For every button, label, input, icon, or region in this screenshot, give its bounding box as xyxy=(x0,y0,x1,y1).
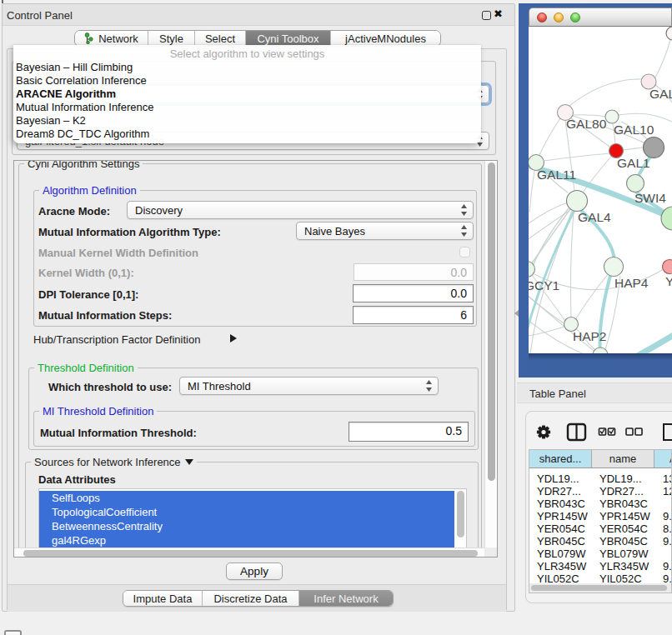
table-cell: YER054C xyxy=(599,522,648,535)
mi-threshold-input[interactable]: 0.5 xyxy=(349,422,469,442)
which-threshold-combo[interactable]: MI Threshold xyxy=(179,377,439,395)
network-edge[interactable] xyxy=(529,171,534,212)
network-canvas[interactable]: GAL2GAL80GAL10GAL1GAL11SWI4GAL4GCY1HAP4Y… xyxy=(529,27,672,353)
settings-vertical-scrollbar[interactable] xyxy=(484,161,497,548)
table-cell: YPR145W xyxy=(537,510,588,522)
network-edge-highlighted[interactable] xyxy=(529,210,574,330)
combo-arrows-icon xyxy=(460,225,468,237)
unchecked-pair-icon[interactable] xyxy=(626,428,642,435)
network-node-GAL4[interactable] xyxy=(567,191,588,212)
table-row[interactable]: YER054CYER054C8. xyxy=(529,522,671,535)
network-node-gray-node[interactable] xyxy=(644,138,664,158)
mi-steps-input[interactable]: 6 xyxy=(353,306,474,324)
split-divider-arrow-icon[interactable] xyxy=(514,310,519,317)
network-node-label: GAL2 xyxy=(649,87,672,101)
data-attributes-list[interactable]: SelfLoopsTopologicalCoefficientBetweenne… xyxy=(38,488,467,550)
table-toolbar xyxy=(529,421,672,444)
document-icon[interactable] xyxy=(664,424,672,440)
control-panel-titlebar: Control Panel ✖ xyxy=(3,4,514,26)
tab-label: Style xyxy=(159,32,183,45)
kernel-width-input[interactable]: 0.0 xyxy=(354,263,474,281)
table-row[interactable]: YBR043CYBR043C xyxy=(529,498,671,510)
attribute-item[interactable]: SelfLoops xyxy=(39,491,454,505)
network-edge[interactable] xyxy=(619,113,672,122)
zoom-light[interactable] xyxy=(570,12,580,22)
tab-cyni-toolbox[interactable]: Cyni Toolbox xyxy=(246,31,331,46)
table-cell: YLR345W xyxy=(537,560,586,572)
table-row[interactable]: YPR145WYPR145W9. xyxy=(529,510,671,522)
tab-impute-data[interactable]: Impute Data xyxy=(123,591,203,606)
aracne-mode-combo[interactable]: Discovery xyxy=(127,201,474,219)
table-row[interactable]: YBR045CYBR045C9. xyxy=(529,535,671,548)
tab-discretize-data[interactable]: Discretize Data xyxy=(203,591,299,606)
close-light[interactable] xyxy=(537,12,547,22)
network-node-label: GAL80 xyxy=(566,117,607,131)
dpi-tolerance-input[interactable]: 0.0 xyxy=(353,284,474,302)
tab-style[interactable]: Style xyxy=(148,31,195,46)
column-header-1[interactable]: shared... xyxy=(529,450,592,468)
network-edge[interactable] xyxy=(539,118,560,155)
node-table[interactable]: shared...nameA YDL19...YDL19...13YDR27..… xyxy=(529,449,672,593)
attribute-item[interactable]: BetweennessCentrality xyxy=(39,519,454,533)
scrollbar-thumb[interactable] xyxy=(23,550,478,557)
scrollbar-thumb[interactable] xyxy=(531,585,667,591)
column-header-2[interactable]: name xyxy=(592,450,654,468)
settings-horizontal-scrollbar[interactable] xyxy=(14,548,484,557)
table-cell: 12 xyxy=(663,485,672,498)
tab-infer-network[interactable]: Infer Network xyxy=(299,591,393,606)
popup-item[interactable]: Basic Correlation Inference xyxy=(13,74,481,88)
table-horizontal-scrollbar[interactable] xyxy=(529,583,671,592)
attributes-list-scrollbar[interactable] xyxy=(454,489,466,549)
mi-algorithm-type-combo[interactable]: Naive Bayes xyxy=(296,222,474,240)
network-edge[interactable] xyxy=(624,148,644,150)
tab-label: Infer Network xyxy=(313,592,378,605)
popup-item[interactable]: Mutual Information Inference xyxy=(13,101,481,114)
network-node-SWI4[interactable] xyxy=(627,175,644,192)
popup-item[interactable]: Dream8 DC_TDC Algorithm xyxy=(13,128,481,141)
network-edge[interactable] xyxy=(655,40,670,78)
checked-pair-icon[interactable] xyxy=(599,428,615,435)
scrollbar-thumb[interactable] xyxy=(457,491,464,538)
network-node-label: SWI4 xyxy=(634,191,666,205)
scrollbar-thumb[interactable] xyxy=(488,162,495,481)
column-header-3[interactable]: A xyxy=(654,450,672,468)
popup-item[interactable]: Bayesian – Hill Climbing xyxy=(13,61,481,74)
tab-jactivemnodules[interactable]: jActiveMNodules xyxy=(331,31,440,46)
network-edge-highlighted[interactable] xyxy=(628,335,672,353)
network-edge[interactable] xyxy=(570,211,574,317)
table-cell: YBL079W xyxy=(537,548,586,560)
network-node-Y-pink[interactable] xyxy=(663,260,672,274)
tab-network[interactable]: Network xyxy=(75,31,148,46)
table-cell: 9. xyxy=(663,510,672,522)
network-node-GAL10[interactable] xyxy=(605,110,619,123)
attribute-item[interactable]: gal4RGexp xyxy=(39,533,454,548)
float-window-icon[interactable] xyxy=(482,11,491,20)
columns-icon[interactable] xyxy=(568,424,585,440)
minimize-light[interactable] xyxy=(554,12,564,22)
threshold-definition-label: Threshold Definition xyxy=(34,362,138,374)
manual-kernel-checkbox[interactable] xyxy=(459,247,470,258)
sources-label-wrap: Sources for Network Inference xyxy=(31,456,197,468)
algorithm-dropdown-popup: Select algorithm to view settingsBayesia… xyxy=(13,45,481,143)
table-row[interactable]: YDL19...YDL19...13 xyxy=(529,472,671,485)
network-edge[interactable] xyxy=(565,79,642,109)
network-edge[interactable] xyxy=(544,153,609,161)
table-row[interactable]: YBL079WYBL079W xyxy=(529,548,671,560)
popup-item[interactable]: ARACNE Algorithm xyxy=(13,88,481,101)
minimized-panel-button[interactable] xyxy=(4,630,22,635)
popup-placeholder: Select algorithm to view settings xyxy=(13,48,481,61)
table-row[interactable]: YDR27...YDR27...12 xyxy=(529,485,671,498)
control-panel-tabs: NetworkStyleSelectCyni ToolboxjActiveMNo… xyxy=(74,30,441,47)
network-node-top-right[interactable] xyxy=(666,27,672,40)
table-row[interactable]: YLR345WYLR345W9. xyxy=(529,560,671,572)
expand-right-icon[interactable] xyxy=(230,334,237,342)
tab-select[interactable]: Select xyxy=(195,31,246,46)
popup-item[interactable]: Bayesian – K2 xyxy=(13,114,481,128)
close-icon[interactable]: ✖ xyxy=(494,8,503,20)
combo-arrows-icon xyxy=(425,380,433,392)
network-node-HAP4[interactable] xyxy=(604,258,624,277)
attribute-item[interactable]: TopologicalCoefficient xyxy=(39,505,454,519)
gear-icon[interactable] xyxy=(537,425,550,438)
apply-button[interactable]: Apply xyxy=(226,562,283,580)
collapse-down-icon[interactable] xyxy=(185,459,193,465)
